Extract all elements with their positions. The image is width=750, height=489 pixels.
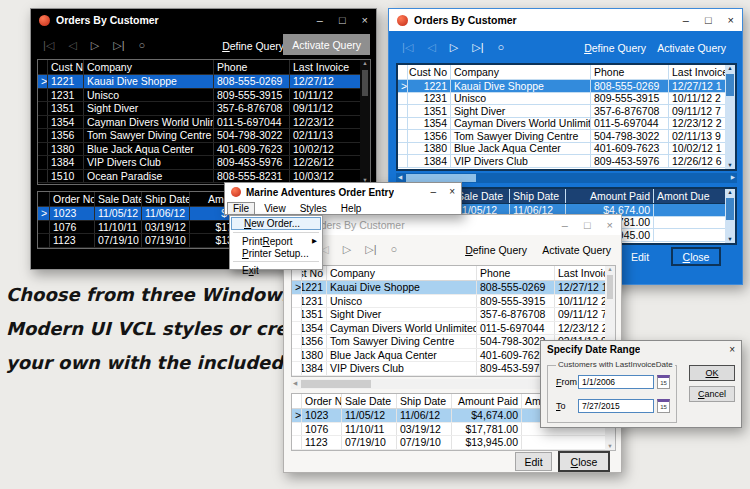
table-row[interactable]: 1231Unisco809-555-391510/11/12 2	[398, 93, 735, 106]
menu-item-exit[interactable]: Exit	[230, 264, 322, 276]
table-row[interactable]: 112307/19/1007/19/10$13,945.00	[292, 436, 615, 450]
table-row[interactable]: 1384VIP Divers Club809-453-597612/26/12 …	[398, 155, 735, 168]
next-record-icon[interactable]: ▷	[91, 39, 99, 52]
minimize-icon[interactable]: –	[317, 15, 323, 26]
minimize-icon[interactable]: –	[431, 187, 437, 197]
table-row[interactable]: 1351Sight Diver357-6-87670809/11/12 7	[398, 105, 735, 118]
menu-item-printer-setup[interactable]: Printer Setup...	[230, 247, 322, 259]
last-record-icon[interactable]: ▷|	[113, 39, 124, 52]
maximize-icon[interactable]: □	[584, 220, 591, 231]
refresh-icon[interactable]: ○	[498, 41, 505, 54]
first-record-icon[interactable]: |◁	[402, 41, 413, 54]
close-icon[interactable]: ×	[728, 15, 734, 26]
maximize-icon[interactable]: □	[339, 15, 346, 26]
menu-help[interactable]: Help	[336, 202, 367, 215]
close-button[interactable]: Close	[671, 247, 721, 266]
table-row[interactable]: 1384VIP Divers Club809-453-597612/26/12	[38, 156, 370, 170]
define-query-button[interactable]: Define Query	[465, 244, 527, 256]
scrollbar-thumb[interactable]	[726, 74, 734, 96]
table-row[interactable]: 1231Unisco809-555-391510/11/12	[38, 89, 370, 103]
close-icon[interactable]: ×	[729, 345, 735, 355]
next-record-icon[interactable]: ▷	[450, 41, 458, 54]
activate-query-button[interactable]: Activate Query	[542, 244, 611, 256]
last-record-icon[interactable]: ▷|	[472, 41, 483, 54]
scroll-down-icon[interactable]: ▼	[727, 163, 732, 169]
table-row[interactable]: >1221Kauai Dive Shoppe808-555-026912/27/…	[398, 80, 735, 93]
activate-query-button[interactable]: Activate Query	[657, 42, 726, 54]
vertical-scrollbar[interactable]: ▲ ▼	[725, 189, 735, 243]
refresh-icon[interactable]: ○	[391, 243, 398, 256]
customer-grid[interactable]: ▲ ▼ Cust NoCompanyPhoneLast Invoice>1221…	[396, 63, 737, 171]
scroll-right-icon[interactable]: ▶	[731, 175, 735, 181]
table-row[interactable]: 1354Cayman Divers World Unlimited011-5-6…	[398, 118, 735, 131]
table-row[interactable]: >1221Kauai Dive Shoppe808-555-026912/27/…	[38, 75, 370, 89]
scroll-down-icon[interactable]: ▼	[727, 237, 732, 243]
vertical-scrollbar[interactable]: ▲ ▼	[725, 65, 735, 169]
next-record-icon[interactable]: ▷	[343, 243, 351, 256]
close-button[interactable]: Close	[558, 451, 610, 472]
activate-query-button[interactable]: Activate Query	[283, 34, 370, 55]
from-label: From	[556, 377, 577, 387]
titlebar[interactable]: Specify Date Range ×	[541, 341, 741, 358]
first-record-icon[interactable]: |◁	[43, 39, 54, 52]
close-icon[interactable]: ×	[449, 187, 455, 197]
prior-record-icon[interactable]: ◁	[68, 39, 76, 52]
cell: Sight Diver	[451, 105, 591, 117]
maximize-icon[interactable]: □	[705, 15, 712, 26]
vertical-scrollbar[interactable]: ▲ ▼	[360, 60, 370, 184]
edit-button[interactable]: Edit	[617, 247, 663, 266]
marketing-caption: Choose from three Windows 10 Modern UI V…	[6, 284, 288, 386]
table-row[interactable]: >1221Kauai Dive Shoppe808-555-026912/27/…	[292, 281, 615, 295]
refresh-icon[interactable]: ○	[139, 39, 146, 52]
from-date-input[interactable]: 1/1/2006	[578, 375, 654, 389]
table-row[interactable]: 1354Cayman Divers World Unlimited011-5-6…	[292, 322, 615, 336]
table-row[interactable]: 1351Sight Diver357-6-87670809/11/12	[38, 102, 370, 116]
titlebar[interactable]: Orders By Customer – □ ×	[31, 9, 376, 31]
table-row[interactable]: 1354Cayman Divers World Unlimited011-5-6…	[38, 116, 370, 130]
titlebar[interactable]: Marine Adventures Order Entry – ×	[225, 183, 461, 201]
scroll-up-icon[interactable]: ▲	[607, 267, 612, 273]
scroll-up-icon[interactable]: ▲	[362, 61, 367, 67]
table-row[interactable]: 1231Unisco809-555-391510/11/12 2	[292, 295, 615, 309]
scroll-left-icon[interactable]: ◀	[398, 175, 402, 181]
scroll-left-icon[interactable]: ◀	[293, 381, 297, 387]
table-row[interactable]: 1356Tom Sawyer Diving Centre504-798-3022…	[398, 130, 735, 143]
edit-button[interactable]: Edit	[515, 452, 552, 471]
table-row[interactable]: 1351Sight Diver357-6-87670809/11/12 7	[292, 308, 615, 322]
menu-item-new-order[interactable]: New Order...	[231, 217, 321, 230]
scrollbar-thumb[interactable]	[301, 380, 371, 388]
prior-record-icon[interactable]: ◁	[427, 41, 435, 54]
scrollbar-thumb[interactable]	[362, 70, 368, 96]
cancel-button[interactable]: Cancel	[689, 386, 735, 402]
scrollbar-thumb[interactable]	[726, 198, 734, 220]
table-row[interactable]: 1380Blue Jack Aqua Center401-609-762310/…	[398, 143, 735, 156]
scroll-up-icon[interactable]: ▲	[727, 190, 732, 196]
define-query-button[interactable]: Define Query	[584, 42, 646, 54]
define-query-button[interactable]: Define Query	[222, 40, 284, 52]
date-picker-icon[interactable]: 15	[657, 399, 670, 413]
titlebar[interactable]: Orders By Customer – □ ×	[389, 9, 742, 31]
last-record-icon[interactable]: ▷|	[365, 243, 376, 256]
cell: 11/05/12	[95, 207, 142, 220]
menu-file[interactable]: File	[227, 202, 255, 215]
close-icon[interactable]: ×	[362, 15, 368, 26]
to-date-input[interactable]: 7/27/2015	[578, 399, 654, 413]
scrollbar-thumb[interactable]	[406, 174, 476, 182]
scroll-up-icon[interactable]: ▲	[727, 66, 732, 72]
menu-view[interactable]: View	[259, 202, 291, 215]
ok-button[interactable]: OK	[689, 365, 735, 381]
menu-styles[interactable]: Styles	[295, 202, 332, 215]
close-icon[interactable]: ×	[607, 220, 613, 231]
table-row[interactable]: 1510Ocean Paradise808-555-823110/03/12	[38, 170, 370, 184]
menu-item-print-report[interactable]: Print Report ▶	[230, 235, 322, 247]
cell: 07/19/10	[142, 234, 190, 247]
date-picker-icon[interactable]: 15	[657, 375, 670, 389]
customer-grid[interactable]: ▲ ▼ Cust NoCompanyPhoneLast Invoice>1221…	[37, 59, 371, 185]
scroll-down-icon[interactable]: ▼	[607, 444, 612, 450]
titlebar[interactable]: Orders By Customer – □ ×	[284, 215, 621, 235]
scrollbar-thumb[interactable]	[607, 275, 613, 299]
minimize-icon[interactable]: –	[562, 220, 568, 231]
minimize-icon[interactable]: –	[683, 15, 689, 26]
table-row[interactable]: 1380Blue Jack Aqua Center401-609-762310/…	[38, 143, 370, 157]
table-row[interactable]: 1356Tom Sawyer Diving Centre504-798-3022…	[38, 129, 370, 143]
